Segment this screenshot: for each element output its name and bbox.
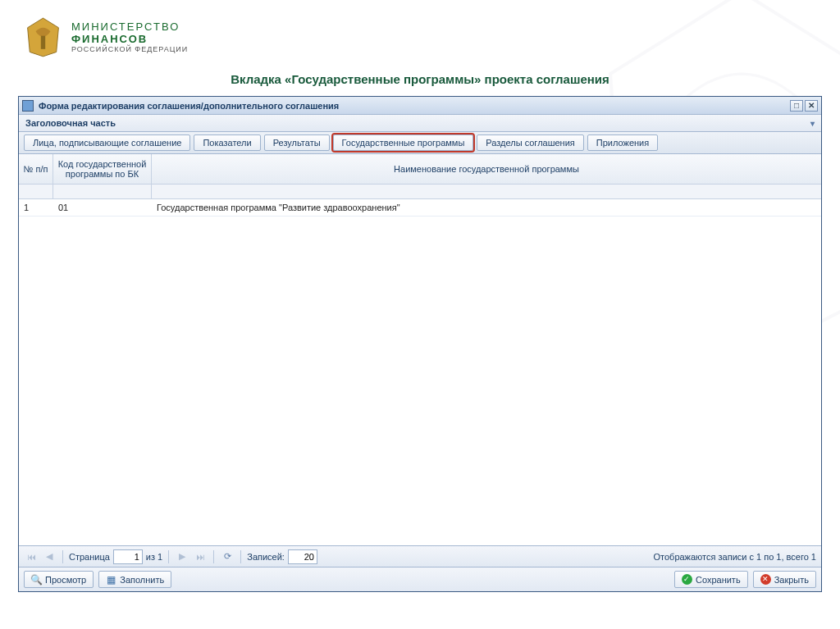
- edit-form-window: Форма редактирования соглашения/дополнит…: [18, 96, 822, 592]
- records-label: Записей:: [247, 552, 285, 562]
- window-icon: [22, 100, 34, 112]
- col-header-code[interactable]: Код государственной программы по БК: [53, 154, 152, 184]
- page-prev-button[interactable]: ◀: [42, 549, 57, 564]
- fill-button[interactable]: ▦ Заполнить: [98, 571, 171, 588]
- cancel-icon: ✕: [760, 574, 771, 585]
- refresh-button[interactable]: ⟳: [220, 549, 235, 564]
- magnifier-icon: 🔍: [31, 574, 42, 585]
- page-first-button[interactable]: ⏮: [24, 549, 39, 564]
- tab-signers[interactable]: Лица, подписывающие соглашение: [24, 134, 190, 151]
- section-header[interactable]: Заголовочная часть ▾: [19, 115, 821, 132]
- window-titlebar: Форма редактирования соглашения/дополнит…: [19, 97, 821, 115]
- save-button-label: Сохранить: [696, 575, 741, 585]
- records-per-page-input[interactable]: [288, 549, 317, 564]
- grid-header: № п/п Код государственной программы по Б…: [19, 154, 821, 185]
- view-button-label: Просмотр: [45, 575, 86, 585]
- filter-row: [19, 185, 821, 199]
- page-next-button[interactable]: ▶: [175, 549, 189, 564]
- maximize-button[interactable]: □: [790, 100, 803, 112]
- page-header: МИНИСТЕРСТВО ФИНАНСОВ РОССИЙСКОЙ ФЕДЕРАЦ…: [0, 0, 840, 66]
- tab-attachments[interactable]: Приложения: [587, 134, 658, 151]
- bottom-toolbar: 🔍 Просмотр ▦ Заполнить ✓ Сохранить ✕ Зак…: [19, 567, 821, 591]
- tab-results[interactable]: Результаты: [264, 134, 330, 151]
- chevron-down-icon[interactable]: ▾: [810, 119, 815, 128]
- paging-toolbar: ⏮ ◀ Страница из 1 ▶ ⏭ ⟳ Записей: Отображ…: [19, 545, 821, 567]
- col-header-name[interactable]: Наименование государственной программы: [152, 154, 821, 184]
- section-title: Заголовочная часть: [25, 118, 116, 128]
- tab-bar: Лица, подписывающие соглашение Показател…: [19, 132, 821, 154]
- save-button[interactable]: ✓ Сохранить: [674, 571, 748, 588]
- filter-name[interactable]: [152, 185, 821, 199]
- view-button[interactable]: 🔍 Просмотр: [24, 571, 94, 588]
- state-emblem-icon: [25, 16, 62, 57]
- close-window-button[interactable]: ✕: [805, 100, 818, 112]
- paging-status: Отображаются записи с 1 по 1, всего 1: [654, 552, 817, 562]
- page-label: Страница: [69, 552, 110, 562]
- tab-sections[interactable]: Разделы соглашения: [477, 134, 584, 151]
- fill-button-label: Заполнить: [120, 575, 164, 585]
- page-last-button[interactable]: ⏭: [193, 549, 208, 564]
- window-title: Форма редактирования соглашения/дополнит…: [39, 101, 339, 111]
- page-number-input[interactable]: [113, 549, 143, 564]
- slide-title: Вкладка «Государственные программы» прое…: [0, 72, 840, 86]
- filter-code[interactable]: [53, 185, 152, 199]
- cell-name: Государственная программа "Развитие здра…: [152, 199, 821, 216]
- grid-body: 1 01 Государственная программа "Развитие…: [19, 199, 821, 545]
- ministry-line2: ФИНАНСОВ: [71, 33, 188, 45]
- ministry-line1: МИНИСТЕРСТВО: [71, 21, 188, 33]
- filter-num[interactable]: [19, 185, 53, 199]
- cell-num: 1: [19, 199, 53, 216]
- grid-area: № п/п Код государственной программы по Б…: [19, 154, 821, 545]
- page-of-label: из 1: [146, 552, 162, 562]
- svg-rect-0: [41, 36, 45, 49]
- tab-indicators[interactable]: Показатели: [194, 134, 260, 151]
- ministry-title: МИНИСТЕРСТВО ФИНАНСОВ РОССИЙСКОЙ ФЕДЕРАЦ…: [71, 21, 188, 53]
- table-row[interactable]: 1 01 Государственная программа "Развитие…: [19, 199, 821, 217]
- ministry-line3: РОССИЙСКОЙ ФЕДЕРАЦИИ: [71, 45, 188, 53]
- col-header-num[interactable]: № п/п: [19, 154, 53, 184]
- check-icon: ✓: [682, 574, 692, 585]
- form-icon: ▦: [106, 574, 116, 585]
- cell-code: 01: [53, 199, 152, 216]
- close-button[interactable]: ✕ Закрыть: [753, 571, 816, 588]
- tab-programs[interactable]: Государственные программы: [333, 134, 474, 151]
- close-button-label: Закрыть: [774, 575, 809, 585]
